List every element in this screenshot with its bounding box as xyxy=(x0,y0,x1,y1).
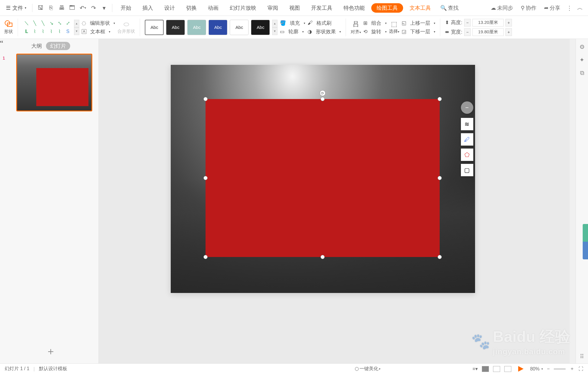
canvas[interactable]: ⟳ − ≋ 🖊 ⬠ ▢ xyxy=(99,39,576,363)
tab-insert[interactable]: 插入 xyxy=(138,0,158,16)
zoom-in-button[interactable]: ＋ xyxy=(570,366,574,372)
style-preset-5[interactable]: Abc xyxy=(230,20,249,35)
preview-icon[interactable]: 🗔 xyxy=(68,4,77,12)
tab-design[interactable]: 设计 xyxy=(160,0,180,16)
height-input[interactable] xyxy=(472,19,504,27)
connector-shape[interactable]: ⤢ xyxy=(64,19,72,27)
menu-icon[interactable]: ≡▾ xyxy=(472,366,477,372)
height-increase[interactable]: + xyxy=(505,19,512,27)
sorter-view-icon[interactable] xyxy=(493,366,500,372)
slides-tab[interactable]: 幻灯片 xyxy=(46,42,70,50)
outline-tool-icon[interactable]: ▢ xyxy=(461,164,473,176)
merge-shapes-button[interactable]: ⬭ 合并形状 xyxy=(117,16,135,39)
save-icon[interactable]: 🖫 xyxy=(36,4,45,12)
tab-view[interactable]: 视图 xyxy=(285,0,305,16)
more-icon[interactable]: ⋮ xyxy=(565,4,574,12)
line-shape[interactable]: ╲ xyxy=(39,19,47,27)
apps-icon[interactable]: ⠿ xyxy=(578,353,586,360)
reading-view-icon[interactable] xyxy=(504,366,511,372)
bring-forward-button[interactable]: ◱ 上移一层 ▾ xyxy=(402,20,435,27)
collapse-toolbar-icon[interactable]: − xyxy=(461,101,473,114)
line-shape[interactable]: ╲ xyxy=(31,19,39,27)
elbow-connector[interactable]: 𝗟 xyxy=(23,28,30,35)
add-slide-button[interactable]: ＋ xyxy=(46,345,56,358)
star-icon[interactable]: ✦ xyxy=(578,56,586,64)
style-preset-4[interactable]: Abc xyxy=(208,20,227,35)
connector-shape[interactable]: ⤡ xyxy=(56,19,63,27)
resize-handle-bc[interactable] xyxy=(321,255,325,259)
width-input[interactable] xyxy=(472,28,504,36)
rotate-button[interactable]: ⟲ 旋转 ▾ xyxy=(363,28,386,35)
gallery-down[interactable]: ▾ xyxy=(74,27,79,35)
outline-tab[interactable]: 大纲 xyxy=(31,42,42,50)
tab-transition[interactable]: 切换 xyxy=(181,0,201,16)
width-increase[interactable]: + xyxy=(505,28,512,36)
resize-handle-tr[interactable] xyxy=(438,97,442,101)
tab-drawing-tools[interactable]: 绘图工具 xyxy=(371,3,403,13)
resize-handle-tl[interactable] xyxy=(203,97,208,101)
fill-tool-icon[interactable]: ⬠ xyxy=(461,149,473,161)
tab-text-tools[interactable]: 文本工具 xyxy=(405,0,436,16)
layers-icon[interactable]: ≋ xyxy=(461,118,473,130)
send-backward-button[interactable]: ◲ 下移一层 ▾ xyxy=(402,28,435,35)
style-preset-6[interactable]: Abc xyxy=(251,20,270,35)
play-slideshow-icon[interactable] xyxy=(517,365,525,373)
effects-button[interactable]: ◑ 形状效果 ▾ xyxy=(308,28,341,35)
redo-icon[interactable]: ↷ xyxy=(89,4,98,12)
print-icon[interactable]: 🖶 xyxy=(57,4,66,12)
style-gallery-up[interactable]: ▴ xyxy=(272,20,277,27)
style-preset-1[interactable]: Abc xyxy=(145,20,164,35)
sync-button[interactable]: ☁ 未同步 xyxy=(488,4,516,11)
rotate-handle[interactable]: ⟳ xyxy=(320,90,326,96)
resize-handle-mr[interactable] xyxy=(438,176,442,180)
gallery-up[interactable]: ▴ xyxy=(74,20,79,27)
arrow-shape[interactable]: ↘ xyxy=(47,19,55,27)
slide[interactable]: ⟳ − ≋ 🖊 ⬠ ▢ xyxy=(171,65,475,293)
share-button[interactable]: ➦ 分享 xyxy=(541,4,563,11)
zoom-dropdown[interactable]: ▾ xyxy=(541,367,543,370)
shapes-gallery[interactable]: ＼╲╲↘⤡⤢ 𝗟⌇⌇⌇⌇S xyxy=(23,19,72,35)
resize-handle-br[interactable] xyxy=(438,255,442,259)
resize-handle-ml[interactable] xyxy=(203,176,208,180)
search-button[interactable]: 🔍 查找 xyxy=(437,4,461,11)
collab-button[interactable]: ⚲ 协作 xyxy=(518,4,539,11)
freeform-shape[interactable]: S xyxy=(64,28,72,35)
style-preset-2[interactable]: Abc xyxy=(166,20,185,35)
group-button[interactable]: ⊞ 组合 ▾ xyxy=(363,20,386,27)
align-button[interactable]: 吕 对齐▾ xyxy=(351,16,361,39)
style-gallery-down[interactable]: ▾ xyxy=(272,27,277,35)
curve-shape[interactable]: ⌇ xyxy=(31,28,39,35)
zoom-slider[interactable] xyxy=(554,368,566,370)
resize-handle-tc[interactable] xyxy=(321,97,325,101)
pen-icon[interactable]: 🖊 xyxy=(461,133,473,146)
textbox-button[interactable]: A 文本框 ▾ xyxy=(82,28,115,35)
format-painter-button[interactable]: 🖌 格式刷 xyxy=(308,20,341,27)
line-shape[interactable]: ＼ xyxy=(23,19,30,27)
curve-shape[interactable]: ⌇ xyxy=(47,28,55,35)
file-menu[interactable]: ☰ 文件 ▾ xyxy=(4,4,29,11)
height-decrease[interactable]: − xyxy=(464,19,471,27)
collapse-sidebar[interactable]: ‹‹ xyxy=(0,39,3,363)
tab-review[interactable]: 审阅 xyxy=(263,0,283,16)
side-tab-handle[interactable] xyxy=(583,224,588,259)
tab-devtools[interactable]: 开发工具 xyxy=(306,0,337,16)
curve-shape[interactable]: ⌇ xyxy=(39,28,47,35)
edit-shape-button[interactable]: ◌ 编辑形状 ▾ xyxy=(82,20,115,27)
style-preset-3[interactable]: Abc xyxy=(187,20,206,35)
width-decrease[interactable]: − xyxy=(464,28,471,36)
zoom-out-button[interactable]: − xyxy=(547,366,550,372)
fit-window-icon[interactable]: ⛶ xyxy=(579,366,583,372)
shape-button[interactable]: 形状 xyxy=(4,16,13,39)
collapse-ribbon-icon[interactable]: ︿ xyxy=(576,4,584,12)
tab-special[interactable]: 特色功能 xyxy=(339,0,369,16)
normal-view-icon[interactable] xyxy=(482,366,489,372)
selected-rectangle[interactable]: ⟳ xyxy=(206,99,440,257)
template-icon[interactable]: ⧉ xyxy=(578,69,586,77)
settings-icon[interactable]: ⚙ xyxy=(578,43,586,51)
curve-shape[interactable]: ⌇ xyxy=(56,28,63,35)
select-button[interactable]: ⬚ 选择▾ xyxy=(389,16,399,39)
beautify-button[interactable]: ⬡ 一键美化 ▾ xyxy=(355,366,380,372)
fill-button[interactable]: 🪣 填充 ▾ xyxy=(280,20,305,27)
qat-dropdown[interactable]: ▾ xyxy=(100,4,109,12)
slide-thumbnail-1[interactable] xyxy=(16,54,92,111)
